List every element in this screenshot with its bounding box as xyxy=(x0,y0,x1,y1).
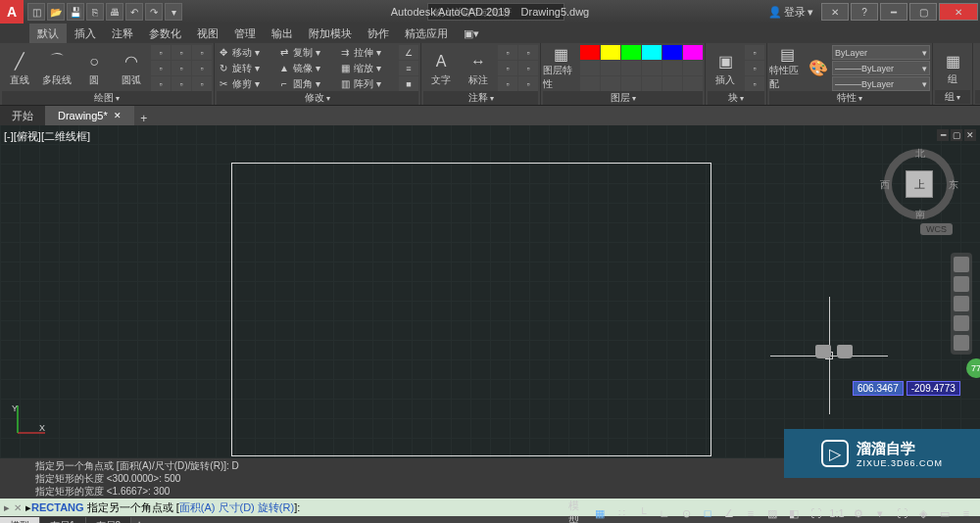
ribbon-panel-label[interactable]: 图层 ▾ xyxy=(543,91,703,105)
layer-color-swatch[interactable] xyxy=(642,61,662,75)
layer-color-swatch[interactable] xyxy=(601,76,620,91)
viewcube-top[interactable]: 上 xyxy=(906,170,933,198)
ribbon-tiny-btn[interactable]: ▫ xyxy=(518,61,538,75)
status-clean-button[interactable]: ▭ xyxy=(935,504,955,522)
layout-tab[interactable]: 布局1 xyxy=(40,517,86,523)
ribbon-tab-3[interactable]: 参数化 xyxy=(141,24,189,43)
ribbon-big-btn[interactable]: ▦图层特性 xyxy=(543,46,578,91)
coord-x[interactable]: 606.3467 xyxy=(853,381,904,396)
ribbon-tiny-btn[interactable]: ▫ xyxy=(172,45,191,60)
ribbon-tiny-btn[interactable]: ▫ xyxy=(498,61,517,75)
ribbon-overflow-icon[interactable]: ▣▾ xyxy=(456,24,487,43)
ribbon-tiny-btn[interactable]: ▫ xyxy=(745,76,764,91)
status-ann-button[interactable]: ⛶ xyxy=(806,504,825,522)
qat-open-icon[interactable]: 📂 xyxy=(47,3,65,21)
canvas-min-button[interactable]: ━ xyxy=(937,129,949,141)
nav-showmotion-icon[interactable] xyxy=(954,335,969,351)
viewcube-n[interactable]: 北 xyxy=(915,147,925,161)
ribbon-small-btn[interactable]: ✥移动 ▾ xyxy=(217,45,275,60)
cmd-close-icon[interactable]: ✕ xyxy=(14,502,22,513)
ribbon-tiny-btn[interactable]: ■ xyxy=(399,76,418,91)
ribbon-small-btn[interactable]: ▥阵列 ▾ xyxy=(338,76,397,91)
ribbon-panel-label[interactable]: 注释 ▾ xyxy=(423,91,538,105)
status-ortho-button[interactable]: ∟ xyxy=(655,504,674,522)
cmd-opt-rot[interactable]: 旋转(R) xyxy=(258,500,294,515)
layout-tab[interactable]: 布局2 xyxy=(86,517,132,523)
drawing-canvas[interactable]: [-][俯视][二维线框] ━ ▢ ✕ 606.3467 -209.4773 X… xyxy=(0,125,980,458)
new-tab-button[interactable]: + xyxy=(134,112,154,125)
ribbon-tab-4[interactable]: 视图 xyxy=(189,24,226,43)
layer-color-swatch[interactable] xyxy=(662,45,682,60)
layer-color-swatch[interactable] xyxy=(683,45,703,60)
layer-color-swatch[interactable] xyxy=(683,61,703,75)
layer-color-swatch[interactable] xyxy=(621,76,641,91)
layer-color-swatch[interactable] xyxy=(580,76,600,91)
ribbon-tiny-btn[interactable]: ▫ xyxy=(192,45,212,60)
ribbon-tab-8[interactable]: 协作 xyxy=(360,24,397,43)
status-scale-button[interactable]: 1:1 xyxy=(827,504,847,522)
qat-save-icon[interactable]: 💾 xyxy=(67,3,84,21)
ribbon-tab-0[interactable]: 默认 xyxy=(29,24,67,43)
qat-saveas-icon[interactable]: ⎘ xyxy=(86,3,104,21)
qat-redo-icon[interactable]: ↷ xyxy=(145,3,163,21)
canvas-restore-button[interactable]: ▢ xyxy=(951,129,962,141)
status-snap2-button[interactable]: └ xyxy=(633,504,653,522)
viewcube-s[interactable]: 南 xyxy=(915,208,925,221)
layer-color-swatch[interactable] xyxy=(662,61,682,75)
cmd-opt-dim[interactable]: 尺寸(D) xyxy=(219,500,255,515)
ribbon-tiny-btn[interactable]: ▫ xyxy=(151,45,171,60)
ribbon-big-btn[interactable]: ▣插入 xyxy=(708,46,743,91)
ribbon-tiny-btn[interactable]: ≡ xyxy=(399,61,418,75)
layer-color-swatch[interactable] xyxy=(621,45,641,60)
status-trans-button[interactable]: ▨ xyxy=(762,504,782,522)
status-polar-button[interactable]: ⊙ xyxy=(676,504,696,522)
ribbon-panel-label[interactable]: 绘图 ▾ xyxy=(2,91,212,105)
coord-y[interactable]: -209.4773 xyxy=(906,381,960,396)
ribbon-tab-1[interactable]: 插入 xyxy=(67,24,104,43)
maximize-button[interactable]: ▢ xyxy=(909,3,937,21)
property-combo[interactable]: ———ByLayer▾ xyxy=(832,61,930,75)
nav-wheel-icon[interactable] xyxy=(954,257,969,272)
property-combo[interactable]: ByLayer▾ xyxy=(832,45,930,60)
ribbon-tiny-btn[interactable]: ▫ xyxy=(498,45,517,60)
ribbon-small-btn[interactable]: ⌐圆角 ▾ xyxy=(277,76,336,91)
ribbon-small-btn[interactable]: ▦缩放 ▾ xyxy=(338,61,397,75)
layer-color-swatch[interactable] xyxy=(662,76,682,91)
status-snap-button[interactable]: ∷ xyxy=(612,504,631,522)
app-menu-button[interactable]: A xyxy=(0,0,24,24)
viewcube[interactable]: 上 北 南 东 西 xyxy=(884,149,955,219)
ribbon-big-btn[interactable]: ↔标注 xyxy=(461,46,496,91)
add-layout-button[interactable]: + xyxy=(131,517,147,523)
status-gear-button[interactable]: ⚙ xyxy=(849,504,868,522)
ribbon-big-btn[interactable]: ▦组 xyxy=(935,45,970,90)
status-model-button[interactable]: 模型 xyxy=(568,504,588,522)
nav-orbit-icon[interactable] xyxy=(954,315,969,331)
ribbon-big-btn[interactable]: ╱直线 xyxy=(2,46,37,91)
ribbon-small-btn[interactable]: ✂修剪 ▾ xyxy=(217,76,275,91)
ribbon-tiny-btn[interactable]: ▫ xyxy=(745,45,764,60)
ucs-icon[interactable]: X Y xyxy=(10,402,49,441)
qat-dropdown-icon[interactable]: ▾ xyxy=(165,3,182,21)
ribbon-tab-6[interactable]: 输出 xyxy=(264,24,301,43)
ribbon-tab-2[interactable]: 注释 xyxy=(104,24,141,43)
login-button[interactable]: 👤 登录 ▾ xyxy=(762,5,819,20)
cmd-handle-icon[interactable]: ▸ xyxy=(4,501,10,514)
nav-pan-icon[interactable] xyxy=(954,276,969,292)
status-otrack-button[interactable]: ∠ xyxy=(719,504,739,522)
help-icon[interactable]: ? xyxy=(851,3,878,21)
layer-color-swatch[interactable] xyxy=(580,45,600,60)
ribbon-big-btn[interactable]: A文字 xyxy=(423,46,459,91)
viewcube-e[interactable]: 东 xyxy=(949,178,958,192)
ribbon-panel-label[interactable]: 实用工具 ▾ xyxy=(975,90,980,104)
status-grid-button[interactable]: ▦ xyxy=(590,504,610,522)
dynamic-input[interactable]: 606.3467 -209.4773 xyxy=(853,381,960,396)
property-combo[interactable]: ———ByLayer▾ xyxy=(832,76,930,91)
ribbon-tiny-btn[interactable]: ▫ xyxy=(745,61,764,75)
ribbon-tiny-btn[interactable]: ▫ xyxy=(498,76,517,91)
ribbon-tiny-btn[interactable]: ▫ xyxy=(151,61,171,75)
qat-plot-icon[interactable]: 🖶 xyxy=(106,3,123,21)
ribbon-big-btn[interactable]: ⌒多段线 xyxy=(39,46,74,91)
ribbon-tiny-btn[interactable]: ▫ xyxy=(518,76,538,91)
close-button[interactable]: ✕ xyxy=(939,3,978,21)
layer-color-swatch[interactable] xyxy=(601,61,620,75)
